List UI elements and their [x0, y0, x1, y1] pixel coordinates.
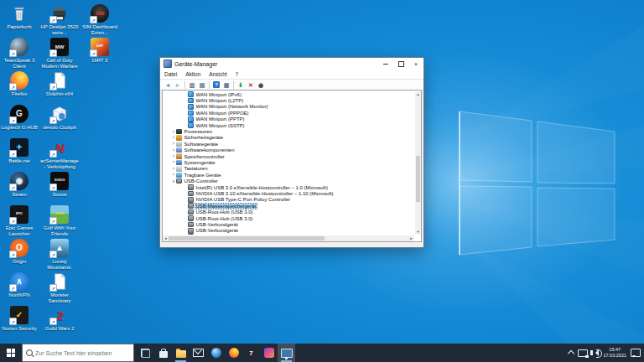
tree-item[interactable]: USB-Massenspeichergerät	[163, 203, 414, 209]
tree-item-label: USB-Root-Hub (USB 3.0)	[195, 216, 254, 221]
usb-icon	[188, 209, 194, 215]
tree-item[interactable]: >Tragbare Geräte	[163, 172, 414, 178]
console-tree-button[interactable]: ▥	[188, 80, 197, 89]
action-center-icon[interactable]	[631, 349, 641, 357]
desktop-icon-cod-modern-warfare[interactable]: MW↗Call of Duty Modern Warfare	[40, 38, 79, 70]
tree-item[interactable]: WAN Miniport (L2TP)	[163, 97, 414, 103]
network-icon[interactable]	[578, 349, 588, 357]
desktop-icon-monster-sanctuary[interactable]: ↗Monster Sanctuary	[40, 272, 79, 304]
maximize-button[interactable]	[393, 58, 408, 70]
tree-item[interactable]: NVIDIA USB Type-C Port Policy Controller	[163, 197, 414, 203]
tree-item[interactable]: NVIDIA USB 3.10 eXtensible-Hostcontrolle…	[163, 190, 414, 196]
taskbar-button-mail[interactable]	[190, 344, 207, 362]
desktop-icon-battle-net[interactable]: ✦↗Battle.net	[0, 138, 39, 164]
desktop-icon-label: Battle.net	[0, 158, 39, 164]
tray-chevron-up-icon[interactable]	[568, 350, 574, 357]
usb-icon	[188, 191, 194, 197]
taskbar-button-cortana[interactable]	[207, 344, 225, 362]
taskbar-search[interactable]	[22, 344, 134, 362]
tree-item[interactable]: USB-Root-Hub (USB 3.0)	[163, 215, 414, 221]
tree-item[interactable]: WAN Miniport (Network Monitor)	[163, 104, 414, 110]
tree-item[interactable]: >Systemgeräte	[163, 159, 414, 165]
scan-hardware-changes-button[interactable]: ⬇	[236, 80, 246, 89]
desktop-icon-norton-security[interactable]: ✓↗Norton Security	[0, 306, 39, 332]
search-input[interactable]	[35, 350, 130, 356]
taskbar-button-paint-3d[interactable]	[260, 344, 278, 362]
taskbar-button-task-view[interactable]	[137, 344, 154, 362]
desktop-icon-sonos[interactable]: SONOS↗Sonos	[40, 172, 79, 198]
start-button[interactable]	[0, 344, 22, 362]
tree-item-label: Softwaregeräte	[184, 142, 220, 147]
vertical-scroll-thumb[interactable]	[416, 156, 420, 202]
menu-hilfe[interactable]: ?	[231, 71, 243, 77]
desktop-icon-dirt-3[interactable]: DiRT↗DiRT 3	[80, 38, 119, 64]
desktop-icon-devolo-cockpit[interactable]: ↗devolo Cockpit	[40, 105, 79, 131]
taskbar-button-store[interactable]	[154, 344, 172, 362]
tree-item[interactable]: USB-Verbundgerät	[163, 234, 414, 235]
tree-item[interactable]: >Softwarekomponenten	[163, 147, 414, 153]
horizontal-scroll-thumb[interactable]	[169, 236, 325, 240]
tree-item[interactable]: WAN Miniport (IPv6)	[163, 91, 414, 97]
desktop-icon-nordvpn[interactable]: ∧↗NordVPN	[0, 272, 39, 298]
horizontal-scrollbar[interactable]: ◄ ►	[163, 235, 414, 241]
tree-item[interactable]: Intel(R) USB 3.0 eXtensible-Hostcontroll…	[163, 184, 414, 190]
taskbar-button-app-7[interactable]: 7	[242, 344, 260, 362]
tree-item[interactable]: >Softwaregeräte	[163, 141, 414, 147]
desktop-icon-label: Origin	[0, 259, 39, 265]
tree-item-label: WAN Miniport (IPv6)	[195, 92, 242, 97]
forward-button[interactable]: ►	[174, 80, 183, 89]
desktop-icon-sim-dashboard[interactable]: SIM↗SIM Dashboard Exten...	[80, 4, 119, 36]
desktop-icon-firefox[interactable]: ↗Firefox	[0, 71, 39, 97]
desktop-icon-guild-wars-2[interactable]: 2↗Guild Wars 2	[40, 306, 79, 332]
menu-ansicht[interactable]: Ansicht	[205, 71, 231, 77]
close-button[interactable]: ×	[408, 58, 423, 70]
desktop-icon-ac-server-manager[interactable]: N↗acServerManager - Verknüpfung	[40, 138, 79, 170]
desktop-icon-hp-deskjet-printer[interactable]: ↗HP Deskjet 3520 serie...	[40, 4, 79, 36]
uninstall-device-button[interactable]: ✕	[247, 80, 256, 89]
show-hidden-devices-button[interactable]: ▦	[222, 80, 231, 89]
tree-item[interactable]: USB-Root-Hub (USB 3.0)	[163, 209, 414, 215]
taskbar-button-firefox[interactable]	[225, 344, 242, 362]
scroll-left-icon[interactable]: ◄	[163, 236, 169, 240]
titlebar[interactable]: Geräte-Manager ×	[160, 58, 423, 70]
scroll-down-icon[interactable]: ▼	[415, 229, 421, 235]
tree-item[interactable]: >Speichercontroller	[163, 153, 414, 159]
scroll-up-icon[interactable]: ▲	[415, 91, 421, 97]
tree-item[interactable]: WAN Miniport (SSTP)	[163, 122, 414, 128]
usb-icon	[176, 178, 182, 184]
toolbar-separator	[209, 81, 210, 89]
desktop-icon-logitech-g-hub[interactable]: G↗Logitech G HUB	[0, 105, 39, 131]
scroll-right-icon[interactable]: ►	[408, 236, 414, 240]
desktop-icon-label: DiRT 3	[80, 58, 119, 64]
desktop-icon-golf-with-your-friends[interactable]: GOLF↗Golf With Your Friends	[40, 205, 79, 237]
properties-button[interactable]: ▤	[198, 80, 207, 89]
desktop-icon-teamspeak-3-client[interactable]: ↗TeamSpeak 3 Client	[0, 38, 39, 70]
back-button[interactable]: ◄	[164, 80, 173, 89]
desktop-icon-steam[interactable]: ◉↗Steam	[0, 172, 39, 198]
desktop-icon-recycle-bin[interactable]: Papierkorb	[0, 4, 39, 30]
minimize-button[interactable]	[378, 58, 393, 70]
desktop-icon-lonely-mountains-downhill[interactable]: ▲↗Lonely Mountains: Downhill	[40, 239, 79, 272]
disable-device-button[interactable]: ◉	[257, 80, 266, 89]
help-button[interactable]: ?	[212, 80, 221, 89]
tree-item[interactable]: WAN Miniport (PPPOE)	[163, 110, 414, 116]
menu-aktion[interactable]: Aktion	[181, 71, 205, 77]
volume-icon[interactable]	[592, 349, 599, 356]
menu-datei[interactable]: Datei	[160, 71, 181, 77]
tree-item[interactable]: >Tastaturen	[163, 166, 414, 172]
tree-item[interactable]: USB-Verbundgerät	[163, 221, 414, 227]
tree-item[interactable]: USB-Verbundgerät	[163, 228, 414, 234]
desktop-icon-epic-games-launcher[interactable]: EPIC↗Epic Games Launcher	[0, 205, 39, 237]
taskbar-button-device-manager[interactable]	[278, 344, 295, 362]
usb-icon	[188, 228, 194, 234]
taskbar-button-file-explorer[interactable]	[172, 344, 190, 362]
tree-item[interactable]: WAN Miniport (PPTP)	[163, 116, 414, 122]
tree-panel: WAN Miniport (IPv6)WAN Miniport (L2TP)WA…	[162, 90, 422, 242]
desktop-icon-origin[interactable]: O↗Origin	[0, 239, 39, 265]
tree-item[interactable]: >Sicherheitsgeräte	[163, 135, 414, 141]
tree-item[interactable]: >Prozessoren	[163, 128, 414, 134]
vertical-scrollbar[interactable]: ▲ ▼	[415, 91, 421, 235]
desktop-icon-dolphin-x64[interactable]: ↗Dolphin-x64	[40, 71, 79, 97]
taskbar-clock[interactable]: 15:47 17.03.2021	[603, 347, 626, 359]
tree-item[interactable]: ∨USB-Controller	[163, 178, 414, 184]
